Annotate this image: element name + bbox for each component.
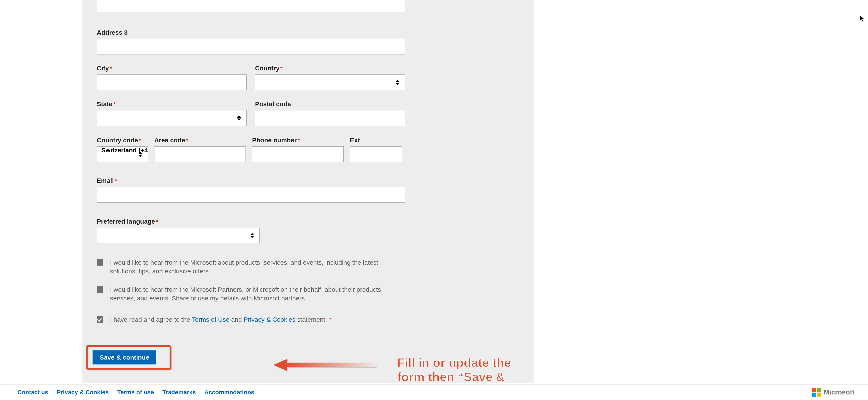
phone-number-label-text: Phone number [252,136,297,144]
state-postal-row: State* Postal code [97,100,405,126]
city-label: City* [97,65,247,72]
country-code-select-wrap: Switzerland (+41) [97,146,148,162]
footer-accommodations-link[interactable]: Accommodations [204,389,254,396]
preferred-language-label: Preferred language* [97,218,259,225]
required-icon: * [156,218,158,225]
footer-contact-link[interactable]: Contact us [18,389,48,396]
country-field: Country* [255,65,405,90]
registration-form-panel: Address 3 City* Country* [82,0,534,383]
privacy-cookies-link[interactable]: Privacy & Cookies [244,316,295,323]
optin-msft-checkbox[interactable] [97,259,103,266]
page-footer: Contact us Privacy & Cookies Terms of us… [0,384,868,400]
terms-of-use-link[interactable]: Terms of Use [192,316,229,323]
country-label: Country* [255,65,405,72]
form-inner: Address 3 City* Country* [97,0,520,375]
footer-terms-link[interactable]: Terms of use [117,389,154,396]
area-code-label-text: Area code [154,136,185,144]
email-label-text: Email [97,177,114,184]
mouse-cursor-icon [860,15,865,22]
microsoft-wordmark: Microsoft [824,388,855,396]
required-icon: * [113,101,115,107]
address3-input[interactable] [97,39,405,55]
phone-number-field: Phone number* [252,136,344,162]
required-icon: * [328,316,332,323]
ext-input[interactable] [350,146,402,162]
agree-and: and [229,316,244,323]
required-icon: * [186,137,188,144]
ext-field: Ext [350,136,402,162]
country-select[interactable] [255,74,405,90]
state-label-text: State [97,100,112,107]
city-country-row: City* Country* [97,65,405,90]
area-code-label: Area code* [154,136,246,144]
state-select[interactable] [97,110,247,126]
country-code-field: Country code* Switzerland (+41) [97,136,148,162]
country-label-text: Country [255,65,280,72]
address3-label: Address 3 [97,29,520,36]
address3-field: Address 3 [97,29,520,55]
postal-input[interactable] [255,110,405,126]
area-code-input[interactable] [154,146,246,162]
preferred-language-select[interactable] [97,228,259,243]
microsoft-logo-icon [812,388,821,397]
optin-partners-label: I would like to hear from the Microsoft … [110,285,395,303]
city-label-text: City [97,65,109,72]
area-code-field: Area code* [154,136,246,162]
agree-terms-checkbox[interactable] [97,316,103,322]
country-code-label: Country code* [97,136,148,144]
ext-label: Ext [350,136,402,144]
state-label: State* [97,100,247,107]
preferred-language-field: Preferred language* [97,218,259,243]
state-field: State* [97,100,247,126]
email-label: Email* [97,177,405,184]
city-input[interactable] [97,74,247,90]
agree-terms-row: I have read and agree to the Terms of Us… [97,315,395,324]
optin-partners-checkbox[interactable] [97,286,103,293]
required-icon: * [298,137,300,144]
save-continue-button[interactable]: Save & continue [93,350,156,365]
agree-terms-label: I have read and agree to the Terms of Us… [110,315,332,324]
agree-suffix: statement. [296,316,327,323]
email-input[interactable] [97,187,405,203]
postal-label: Postal code [255,100,405,107]
optin-msft-label: I would like to hear from the Microsoft … [110,258,395,276]
save-button-wrap: Save & continue [97,352,182,375]
optin-partners-row: I would like to hear from the Microsoft … [97,285,395,303]
phone-number-input[interactable] [252,146,344,162]
state-select-wrap [97,110,247,126]
preferred-language-label-text: Preferred language [97,218,155,225]
annotation-arrow-icon [273,360,378,370]
required-icon: * [139,137,141,144]
required-icon: * [280,65,282,72]
address2-input[interactable] [97,0,405,12]
required-icon: * [110,65,112,72]
page: Address 3 City* Country* [0,0,868,400]
footer-privacy-link[interactable]: Privacy & Cookies [57,389,109,396]
postal-field: Postal code [255,100,405,126]
optin-msft-row: I would like to hear from the Microsoft … [97,258,395,276]
country-select-wrap [255,74,405,90]
email-field: Email* [97,177,405,203]
phone-number-label: Phone number* [252,136,344,144]
agree-prefix: I have read and agree to the [110,316,192,323]
country-code-label-text: Country code [97,136,138,144]
country-code-select[interactable]: Switzerland (+41) [97,146,148,162]
preferred-language-select-wrap [97,228,259,243]
phone-row: Country code* Switzerland (+41) Area cod… [97,136,405,162]
city-field: City* [97,65,247,90]
required-icon: * [115,178,117,184]
microsoft-logo: Microsoft [812,388,855,397]
footer-trademarks-link[interactable]: Trademarks [162,389,196,396]
footer-links: Contact us Privacy & Cookies Terms of us… [18,389,254,396]
